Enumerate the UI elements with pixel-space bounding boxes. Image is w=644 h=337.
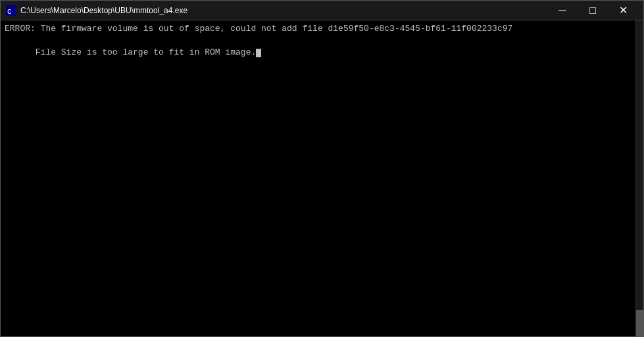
console-line-1: ERROR: The firmware volume is out of spa…	[5, 23, 639, 35]
console-area: ERROR: The firmware volume is out of spa…	[1, 20, 643, 336]
scrollbar[interactable]	[635, 20, 643, 336]
console-line-2: File Size is too large to fit in ROM ima…	[5, 35, 639, 71]
scrollbar-thumb[interactable]	[636, 310, 643, 336]
title-bar-text: C:\Users\Marcelo\Desktop\UBU\mmtool_a4.e…	[20, 6, 547, 15]
title-bar-controls: ─ □ ✕	[547, 1, 638, 20]
title-bar: C C:\Users\Marcelo\Desktop\UBU\mmtool_a4…	[1, 1, 643, 20]
close-button[interactable]: ✕	[608, 1, 638, 20]
maximize-button[interactable]: □	[578, 1, 608, 20]
cursor-blink	[256, 49, 261, 57]
cmd-icon: C	[6, 5, 16, 16]
minimize-button[interactable]: ─	[547, 1, 578, 20]
window: C C:\Users\Marcelo\Desktop\UBU\mmtool_a4…	[0, 0, 644, 337]
svg-text:C: C	[7, 8, 12, 16]
